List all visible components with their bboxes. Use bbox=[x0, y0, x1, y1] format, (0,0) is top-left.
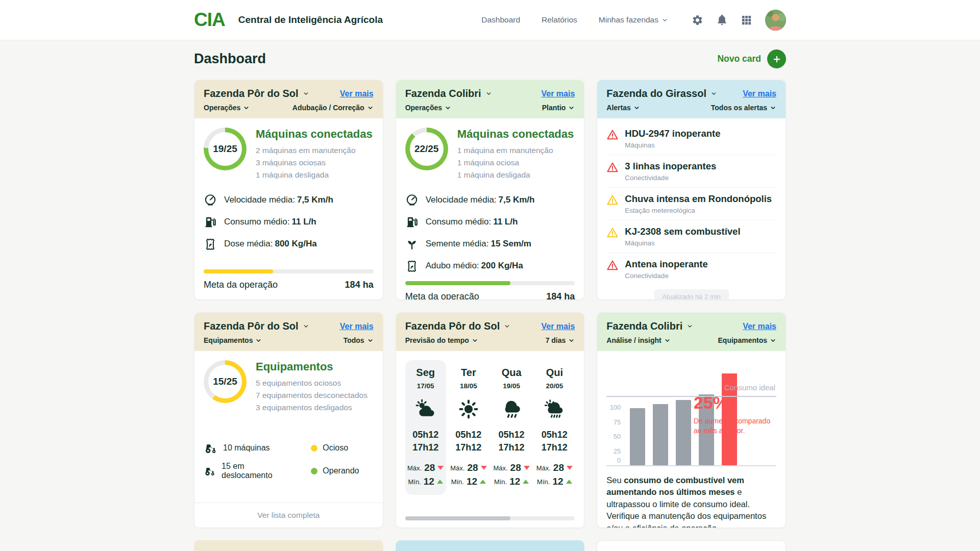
ver-lista-completa-link[interactable]: Ver lista completa bbox=[194, 503, 383, 528]
insight-description: Seu consumo de combustível vem aumentand… bbox=[606, 474, 776, 528]
fuel-pump-icon bbox=[405, 215, 419, 229]
stat-semente: Semente média:15 Sem/m bbox=[405, 237, 575, 251]
weather-day-qui[interactable]: Qui 20/05 05h1217h12 Máx.28 Mín.12 bbox=[534, 360, 575, 495]
partial-card bbox=[194, 540, 383, 551]
farm-selector[interactable]: Fazenda Colibri bbox=[405, 88, 492, 99]
alert-item[interactable]: Chuva intensa em RondonópolisEstação met… bbox=[606, 188, 776, 220]
chart-annotation: 25% De aumento comparado ao mês anterior… bbox=[694, 393, 776, 436]
filter-dropdown[interactable]: Equipamentos bbox=[718, 336, 776, 344]
farm-selector[interactable]: Fazenda Pôr do Sol bbox=[204, 320, 309, 332]
chevron-down-icon bbox=[770, 337, 776, 344]
alert-item[interactable]: HDU-2947 inoperanteMáquinas bbox=[606, 122, 776, 155]
farm-selector[interactable]: Fazenda Colibri bbox=[606, 320, 693, 332]
card-insight-colibri: Fazenda Colibri Ver mais Análise / insig… bbox=[597, 312, 786, 528]
alert-item[interactable]: Antena inoperanteConectividade bbox=[606, 253, 776, 285]
notifications-bell-icon[interactable] bbox=[716, 14, 728, 26]
stat-consumo: Consumo médio:11 L/h bbox=[204, 215, 374, 229]
filter-dropdown[interactable]: Plantio bbox=[542, 104, 575, 112]
temp-down-icon bbox=[524, 466, 530, 470]
chevron-down-icon bbox=[664, 337, 671, 344]
new-card-button[interactable] bbox=[767, 49, 786, 68]
chevron-down-icon bbox=[485, 90, 492, 97]
stat-velocidade: Velocidade média:7,5 Km/h bbox=[204, 193, 374, 207]
card-header: Fazenda Colibri Ver mais Operações Plant… bbox=[396, 80, 584, 118]
card-section-title: Máquinas conectadas bbox=[256, 128, 373, 141]
stat-velocidade: Velocidade média:7,5 Km/h bbox=[405, 193, 575, 207]
y-tick-label: 75 bbox=[614, 418, 621, 426]
alert-item[interactable]: KJ-2308 sem combustívelMáquinas bbox=[606, 220, 776, 253]
weather-day-seg[interactable]: Seg 17/05 05h1217h12 Máx.28 Mín.12 bbox=[405, 360, 446, 495]
alert-category: Conectividade bbox=[625, 272, 707, 280]
settings-gear-icon[interactable] bbox=[692, 14, 703, 26]
temp-down-icon bbox=[437, 466, 444, 470]
chevron-down-icon bbox=[687, 323, 693, 330]
y-tick-label: 100 bbox=[610, 404, 621, 411]
ver-mais-link[interactable]: Ver mais bbox=[542, 322, 575, 331]
chart-bar bbox=[630, 408, 645, 465]
speedometer-icon bbox=[204, 193, 217, 207]
tractor-icon bbox=[204, 464, 215, 478]
apps-grid-icon[interactable] bbox=[741, 14, 752, 26]
avatar-image bbox=[765, 10, 786, 31]
machine-status-item: 1 máquina desligada bbox=[256, 169, 373, 181]
category-dropdown[interactable]: Operações bbox=[204, 104, 250, 112]
chevron-down-icon bbox=[303, 90, 309, 97]
ver-mais-link[interactable]: Ver mais bbox=[340, 89, 374, 98]
temp-up-icon bbox=[437, 480, 443, 484]
weather-day-ter[interactable]: Ter 18/05 05h1217h12 Máx.28 Mín.12 bbox=[448, 360, 489, 495]
category-dropdown[interactable]: Equipamentos bbox=[204, 336, 262, 344]
temp-down-icon bbox=[567, 466, 573, 470]
sun-icon bbox=[457, 398, 480, 420]
farm-selector[interactable]: Fazenda do Girassol bbox=[606, 88, 717, 99]
ver-mais-link[interactable]: Ver mais bbox=[743, 89, 776, 98]
weather-scrollbar-track bbox=[405, 516, 575, 520]
equipment-status-item: 5 equipamentos ociosos bbox=[256, 377, 368, 389]
sun-rain-cloud-icon bbox=[543, 398, 566, 420]
chart-bar bbox=[676, 400, 691, 465]
chart-bar bbox=[653, 404, 668, 465]
stat-adubo: Adubo médio:200 Kg/Ha bbox=[405, 259, 575, 272]
tractor-icon bbox=[204, 441, 217, 455]
ver-mais-link[interactable]: Ver mais bbox=[542, 89, 575, 98]
weather-days: Seg 17/05 05h1217h12 Máx.28 Mín.12 Ter 1… bbox=[405, 360, 575, 495]
alert-category: Máquinas bbox=[625, 141, 720, 149]
equipment-donut-chart: 15/25 bbox=[204, 360, 247, 403]
card-header: Fazenda Colibri Ver mais Análise / insig… bbox=[597, 313, 786, 351]
category-dropdown[interactable]: Análise / insight bbox=[606, 336, 670, 344]
farm-selector[interactable]: Fazenda Pôr do Sol bbox=[204, 88, 309, 99]
new-card-control[interactable]: Novo card bbox=[717, 49, 786, 68]
weather-scrollbar-thumb[interactable] bbox=[405, 516, 510, 520]
alert-item[interactable]: 3 linhas inoperantesConectividade bbox=[606, 155, 776, 188]
machine-status-item: 1 máquina em manutenção bbox=[457, 144, 574, 157]
y-tick-label: 0 bbox=[617, 457, 621, 464]
filter-dropdown[interactable]: Adubação / Correção bbox=[292, 104, 374, 112]
filter-dropdown[interactable]: Todos bbox=[344, 336, 374, 344]
speedometer-icon bbox=[405, 193, 419, 207]
page-title: Dashboard bbox=[194, 51, 266, 67]
card-section-title: Máquinas conectadas bbox=[457, 128, 574, 141]
weather-day-qua[interactable]: Qua 19/05 05h1217h12 Máx.28 Mín.12 bbox=[491, 360, 532, 495]
category-dropdown[interactable]: Previsão do tempo bbox=[405, 336, 478, 344]
ver-mais-link[interactable]: Ver mais bbox=[743, 322, 776, 331]
fertilizer-bag-icon bbox=[405, 259, 419, 272]
machine-status-item: 3 máquinas ociosas bbox=[256, 157, 373, 169]
card-section-title: Equipamentos bbox=[256, 360, 368, 373]
nav-dashboard[interactable]: Dashboard bbox=[481, 15, 520, 24]
filter-dropdown[interactable]: 7 dias bbox=[546, 336, 575, 344]
equipment-status-item: 3 equipamentos desligados bbox=[256, 402, 368, 414]
warning-triangle-icon bbox=[606, 129, 619, 141]
category-dropdown[interactable]: Operações bbox=[405, 104, 451, 112]
warning-triangle-icon bbox=[606, 227, 619, 239]
nav-minhas-fazendas[interactable]: Minhas fazendas bbox=[599, 15, 668, 24]
machines-moving: 15 em deslocamento bbox=[204, 462, 288, 480]
warning-triangle-icon bbox=[606, 259, 619, 271]
category-dropdown[interactable]: Alertas bbox=[606, 104, 640, 112]
ver-mais-link[interactable]: Ver mais bbox=[340, 322, 374, 331]
farm-selector[interactable]: Fazenda Pôr do Sol bbox=[405, 320, 511, 332]
user-avatar[interactable] bbox=[765, 10, 786, 31]
seedling-icon bbox=[405, 237, 419, 251]
filter-dropdown[interactable]: Todos os alertas bbox=[711, 104, 776, 112]
updated-badge: Atualizado há 2 min bbox=[654, 289, 729, 300]
nav-relatorios[interactable]: Relatórios bbox=[542, 15, 577, 24]
meta-value: 184 ha bbox=[345, 280, 374, 290]
